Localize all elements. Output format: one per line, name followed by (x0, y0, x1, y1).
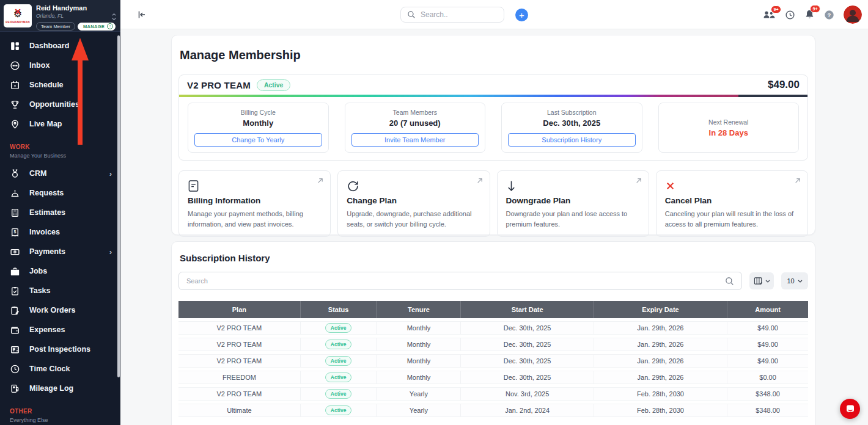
subscription-history-button[interactable]: Subscription History (508, 133, 636, 147)
cancel-x-icon (665, 178, 799, 193)
cell-status: Active (301, 387, 377, 401)
stat-next-renewal: Next Renewal In 28 Days (658, 103, 800, 153)
page-size-select[interactable]: 10 (781, 272, 808, 289)
company-header[interactable]: ⚙✕ REIDHANDYMAN Reid Handyman Orlando, F… (0, 0, 120, 32)
help-icon[interactable]: ? (824, 10, 834, 20)
global-search[interactable] (400, 7, 504, 23)
calculator-icon (10, 208, 20, 218)
stat-team-members: Team Members 20 (7 unused) Invite Team M… (345, 103, 486, 153)
unfold-icon[interactable] (111, 12, 117, 21)
columns-settings-button[interactable] (749, 272, 774, 289)
page-title: Manage Membership (180, 48, 808, 62)
sidebar-item-payments[interactable]: Payments › (0, 242, 120, 261)
company-info: Reid Handyman Orlando, FL Team Member MA… (36, 4, 117, 31)
cell-start-date: Nov. 3rd, 2025 (461, 387, 594, 401)
change-to-yearly-button[interactable]: Change To Yearly (194, 133, 322, 147)
sidebar-scrollbar[interactable] (117, 35, 120, 377)
sidebar-collapse-icon[interactable] (136, 9, 147, 20)
table-row[interactable]: V2 PRO TEAM Active Monthly Dec. 30th, 20… (178, 354, 808, 368)
sidebar: ⚙✕ REIDHANDYMAN Reid Handyman Orlando, F… (0, 0, 120, 425)
chevron-right-icon: › (109, 170, 112, 178)
table-row[interactable]: V2 PRO TEAM Active Monthly Dec. 30th, 20… (178, 338, 808, 351)
table-search[interactable] (178, 272, 742, 290)
col-tenure[interactable]: Tenure (377, 301, 461, 318)
sidebar-item-expenses[interactable]: Expenses (0, 320, 120, 340)
manage-membership-card: Manage Membership V2 PRO TEAM Active $49… (171, 35, 815, 235)
company-badges: Team Member MANAGE ↑ (36, 22, 117, 31)
cell-status: Active (301, 404, 377, 417)
cell-status: Active (301, 354, 377, 368)
cell-expiry-date: Jan. 29th, 2026 (594, 321, 727, 335)
sidebar-item-estimates[interactable]: Estimates (0, 203, 120, 222)
sidebar-item-tasks[interactable]: Tasks (0, 281, 120, 300)
company-location: Orlando, FL (36, 13, 117, 20)
status-badge: Active (325, 340, 352, 349)
sidebar-item-crm[interactable]: CRM › (0, 164, 120, 183)
sidebar-item-post-inspections[interactable]: Post Inspections (0, 340, 120, 359)
cell-amount: $49.00 (727, 354, 808, 368)
notifications-bell-icon[interactable]: 9+ (804, 9, 815, 20)
sidebar-item-jobs[interactable]: Jobs (0, 261, 120, 281)
cell-tenure: Monthly (377, 354, 461, 368)
cell-start-date: Dec. 30th, 2025 (461, 338, 594, 351)
table-search-input[interactable] (186, 277, 720, 285)
cell-expiry-date: Feb. 28th, 2030 (594, 387, 727, 401)
status-badge: Active (325, 405, 352, 415)
fuel-pump-icon (10, 383, 20, 394)
table-row[interactable]: FREEDOM Active Monthly Dec. 30th, 2025 J… (178, 371, 808, 384)
arrow-down-icon (506, 178, 640, 193)
sidebar-item-dashboard[interactable]: Dashboard (0, 36, 120, 56)
col-amount[interactable]: Amount (727, 301, 808, 318)
status-badge: Active (325, 356, 352, 366)
col-status[interactable]: Status (301, 301, 377, 318)
cell-start-date: Dec. 30th, 2025 (461, 354, 594, 368)
sidebar-item-mileage-log[interactable]: Mileage Log (0, 379, 120, 398)
open-link-icon (634, 176, 642, 184)
other-section-subtitle: Everything Else (10, 417, 111, 423)
billing-information-card[interactable]: Billing Information Manage your payment … (178, 170, 331, 237)
sidebar-item-live-map[interactable]: Live Map (0, 114, 120, 134)
cell-status: Active (301, 338, 377, 351)
team-badge: 9+ (771, 5, 781, 13)
clipboard-pencil-icon (10, 305, 20, 316)
table-row[interactable]: V2 PRO TEAM Active Monthly Dec. 30th, 20… (178, 321, 808, 335)
col-expiry-date[interactable]: Expiry Date (594, 301, 727, 318)
table-row[interactable]: Ultimate Active Yearly Jan. 2nd, 2024 Fe… (178, 404, 808, 417)
sidebar-item-time-clock[interactable]: Time Clock (0, 359, 120, 379)
briefcase-icon (10, 266, 20, 277)
cell-plan: V2 PRO TEAM (178, 354, 301, 368)
notifications-badge: 9+ (810, 5, 820, 13)
change-plan-card[interactable]: Change Plan Upgrade, downgrade, purchase… (337, 170, 490, 237)
inspection-card-icon (10, 344, 20, 355)
manage-button[interactable]: MANAGE ↑ (78, 23, 116, 31)
cell-tenure: Monthly (377, 321, 461, 335)
company-name: Reid Handyman (36, 4, 117, 12)
history-clock-icon[interactable] (785, 10, 795, 20)
open-link-icon (476, 176, 484, 184)
invite-team-member-button[interactable]: Invite Team Member (351, 133, 479, 147)
plan-name: V2 PRO TEAM (187, 80, 251, 90)
sidebar-item-work-orders[interactable]: Work Orders (0, 300, 120, 320)
sidebar-item-opportunities[interactable]: Opportunities (0, 95, 120, 114)
cancel-plan-card[interactable]: Cancel Plan Canceling your plan will res… (656, 170, 808, 237)
cell-plan: V2 PRO TEAM (178, 338, 301, 351)
sidebar-item-requests[interactable]: Requests (0, 183, 120, 203)
sidebar-item-schedule[interactable]: Schedule (0, 75, 120, 95)
search-input[interactable] (421, 10, 498, 19)
table-columns-icon (754, 277, 763, 285)
cell-status: Active (301, 371, 377, 384)
quick-add-button[interactable]: + (515, 9, 528, 21)
chat-widget-button[interactable] (840, 399, 860, 419)
user-avatar[interactable] (844, 5, 862, 24)
table-row[interactable]: V2 PRO TEAM Active Yearly Nov. 3rd, 2025… (178, 387, 808, 401)
sidebar-item-inbox[interactable]: Inbox (0, 56, 120, 75)
team-activity-icon[interactable]: 9+ (763, 10, 776, 20)
cell-amount: $348.00 (727, 404, 808, 417)
downgrade-plan-card[interactable]: Downgrade Plan Downgrade your plan and l… (497, 170, 649, 237)
col-plan[interactable]: Plan (178, 301, 301, 318)
cell-expiry-date: Feb. 28th, 2030 (594, 404, 727, 417)
cell-plan: V2 PRO TEAM (178, 387, 301, 401)
sidebar-item-invoices[interactable]: $ Invoices (0, 222, 120, 242)
col-start-date[interactable]: Start Date (461, 301, 594, 318)
cell-start-date: Dec. 30th, 2025 (461, 321, 594, 335)
